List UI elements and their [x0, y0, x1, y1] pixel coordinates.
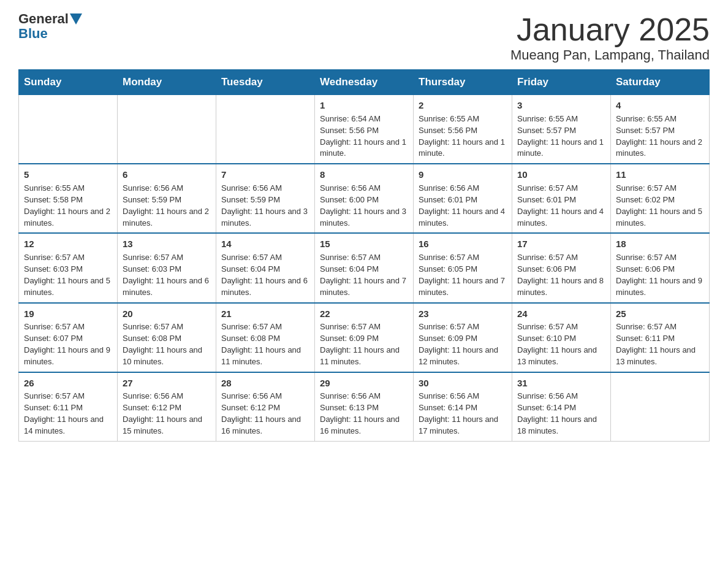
calendar-cell: 12Sunrise: 6:57 AM Sunset: 6:03 PM Dayli… — [19, 233, 118, 302]
weekday-header-wednesday: Wednesday — [315, 70, 414, 95]
day-info: Sunrise: 6:56 AM Sunset: 6:13 PM Dayligh… — [320, 391, 408, 437]
day-number: 24 — [517, 307, 605, 321]
week-row-3: 12Sunrise: 6:57 AM Sunset: 6:03 PM Dayli… — [19, 233, 710, 302]
day-number: 10 — [517, 168, 605, 182]
day-number: 14 — [221, 237, 309, 251]
day-number: 27 — [123, 377, 211, 390]
day-info: Sunrise: 6:55 AM Sunset: 5:57 PM Dayligh… — [517, 113, 605, 159]
day-info: Sunrise: 6:55 AM Sunset: 5:56 PM Dayligh… — [419, 113, 507, 159]
day-info: Sunrise: 6:54 AM Sunset: 5:56 PM Dayligh… — [320, 113, 408, 159]
logo-general-text: General — [18, 12, 69, 26]
page-header: General Blue January 2025 Mueang Pan, La… — [18, 12, 710, 63]
calendar-cell: 21Sunrise: 6:57 AM Sunset: 6:08 PM Dayli… — [216, 303, 315, 372]
day-info: Sunrise: 6:57 AM Sunset: 6:08 PM Dayligh… — [221, 321, 309, 367]
logo-triangle-icon — [70, 13, 82, 25]
day-info: Sunrise: 6:57 AM Sunset: 6:07 PM Dayligh… — [24, 321, 112, 367]
day-info: Sunrise: 6:57 AM Sunset: 6:10 PM Dayligh… — [517, 321, 605, 367]
day-info: Sunrise: 6:56 AM Sunset: 5:59 PM Dayligh… — [221, 183, 309, 229]
day-info: Sunrise: 6:57 AM Sunset: 6:03 PM Dayligh… — [24, 252, 112, 298]
calendar-cell: 11Sunrise: 6:57 AM Sunset: 6:02 PM Dayli… — [611, 164, 710, 233]
calendar-cell: 31Sunrise: 6:56 AM Sunset: 6:14 PM Dayli… — [512, 372, 611, 442]
week-row-4: 19Sunrise: 6:57 AM Sunset: 6:07 PM Dayli… — [19, 303, 710, 372]
title-block: January 2025 Mueang Pan, Lampang, Thaila… — [510, 12, 710, 63]
week-row-1: 1Sunrise: 6:54 AM Sunset: 5:56 PM Daylig… — [19, 95, 710, 164]
calendar-cell — [216, 95, 315, 164]
calendar-cell: 24Sunrise: 6:57 AM Sunset: 6:10 PM Dayli… — [512, 303, 611, 372]
weekday-header-monday: Monday — [118, 70, 216, 95]
day-info: Sunrise: 6:57 AM Sunset: 6:03 PM Dayligh… — [123, 252, 211, 298]
day-info: Sunrise: 6:57 AM Sunset: 6:11 PM Dayligh… — [24, 391, 112, 437]
calendar-cell: 5Sunrise: 6:55 AM Sunset: 5:58 PM Daylig… — [19, 164, 118, 233]
calendar-cell: 1Sunrise: 6:54 AM Sunset: 5:56 PM Daylig… — [315, 95, 414, 164]
calendar-cell: 16Sunrise: 6:57 AM Sunset: 6:05 PM Dayli… — [414, 233, 512, 302]
day-info: Sunrise: 6:56 AM Sunset: 6:12 PM Dayligh… — [123, 391, 211, 437]
calendar-cell: 2Sunrise: 6:55 AM Sunset: 5:56 PM Daylig… — [414, 95, 512, 164]
day-info: Sunrise: 6:55 AM Sunset: 5:57 PM Dayligh… — [616, 113, 704, 159]
calendar-cell: 28Sunrise: 6:56 AM Sunset: 6:12 PM Dayli… — [216, 372, 315, 442]
day-info: Sunrise: 6:55 AM Sunset: 5:58 PM Dayligh… — [24, 183, 112, 229]
day-info: Sunrise: 6:57 AM Sunset: 6:09 PM Dayligh… — [320, 321, 408, 367]
week-row-5: 26Sunrise: 6:57 AM Sunset: 6:11 PM Dayli… — [19, 372, 710, 442]
day-number: 22 — [320, 307, 408, 321]
day-number: 2 — [419, 99, 507, 112]
day-info: Sunrise: 6:57 AM Sunset: 6:06 PM Dayligh… — [616, 252, 704, 298]
calendar-cell: 6Sunrise: 6:56 AM Sunset: 5:59 PM Daylig… — [118, 164, 216, 233]
calendar-cell: 27Sunrise: 6:56 AM Sunset: 6:12 PM Dayli… — [118, 372, 216, 442]
weekday-header-thursday: Thursday — [414, 70, 512, 95]
weekday-header-sunday: Sunday — [19, 70, 118, 95]
day-number: 29 — [320, 377, 408, 390]
day-number: 21 — [221, 307, 309, 321]
calendar-subtitle: Mueang Pan, Lampang, Thailand — [510, 47, 710, 63]
day-number: 3 — [517, 99, 605, 112]
day-number: 25 — [616, 307, 704, 321]
day-number: 15 — [320, 237, 408, 251]
calendar-cell: 25Sunrise: 6:57 AM Sunset: 6:11 PM Dayli… — [611, 303, 710, 372]
day-number: 16 — [419, 237, 507, 251]
weekday-header-friday: Friday — [512, 70, 611, 95]
day-info: Sunrise: 6:56 AM Sunset: 6:00 PM Dayligh… — [320, 183, 408, 229]
calendar-cell — [118, 95, 216, 164]
calendar-cell: 3Sunrise: 6:55 AM Sunset: 5:57 PM Daylig… — [512, 95, 611, 164]
calendar-cell: 13Sunrise: 6:57 AM Sunset: 6:03 PM Dayli… — [118, 233, 216, 302]
day-number: 20 — [123, 307, 211, 321]
calendar-cell: 15Sunrise: 6:57 AM Sunset: 6:04 PM Dayli… — [315, 233, 414, 302]
calendar-cell: 8Sunrise: 6:56 AM Sunset: 6:00 PM Daylig… — [315, 164, 414, 233]
calendar-cell: 10Sunrise: 6:57 AM Sunset: 6:01 PM Dayli… — [512, 164, 611, 233]
day-info: Sunrise: 6:57 AM Sunset: 6:01 PM Dayligh… — [517, 183, 605, 229]
day-number: 23 — [419, 307, 507, 321]
day-number: 31 — [517, 377, 605, 390]
weekday-header-saturday: Saturday — [611, 70, 710, 95]
calendar-cell: 22Sunrise: 6:57 AM Sunset: 6:09 PM Dayli… — [315, 303, 414, 372]
calendar-cell: 14Sunrise: 6:57 AM Sunset: 6:04 PM Dayli… — [216, 233, 315, 302]
day-number: 4 — [616, 99, 704, 112]
day-info: Sunrise: 6:56 AM Sunset: 6:14 PM Dayligh… — [419, 391, 507, 437]
calendar-cell: 23Sunrise: 6:57 AM Sunset: 6:09 PM Dayli… — [414, 303, 512, 372]
day-number: 13 — [123, 237, 211, 251]
day-info: Sunrise: 6:57 AM Sunset: 6:02 PM Dayligh… — [616, 183, 704, 229]
calendar-table: SundayMondayTuesdayWednesdayThursdayFrid… — [18, 69, 710, 442]
calendar-cell: 30Sunrise: 6:56 AM Sunset: 6:14 PM Dayli… — [414, 372, 512, 442]
calendar-cell — [611, 372, 710, 442]
day-number: 11 — [616, 168, 704, 182]
day-number: 12 — [24, 237, 112, 251]
day-info: Sunrise: 6:57 AM Sunset: 6:04 PM Dayligh… — [221, 252, 309, 298]
calendar-cell: 4Sunrise: 6:55 AM Sunset: 5:57 PM Daylig… — [611, 95, 710, 164]
calendar-cell: 26Sunrise: 6:57 AM Sunset: 6:11 PM Dayli… — [19, 372, 118, 442]
calendar-cell: 20Sunrise: 6:57 AM Sunset: 6:08 PM Dayli… — [118, 303, 216, 372]
day-number: 7 — [221, 168, 309, 182]
calendar-cell: 29Sunrise: 6:56 AM Sunset: 6:13 PM Dayli… — [315, 372, 414, 442]
day-number: 1 — [320, 99, 408, 112]
weekday-header-tuesday: Tuesday — [216, 70, 315, 95]
week-row-2: 5Sunrise: 6:55 AM Sunset: 5:58 PM Daylig… — [19, 164, 710, 233]
day-number: 28 — [221, 377, 309, 390]
logo-blue-text: Blue — [18, 26, 48, 42]
day-number: 30 — [419, 377, 507, 390]
day-info: Sunrise: 6:56 AM Sunset: 6:01 PM Dayligh… — [419, 183, 507, 229]
day-number: 17 — [517, 237, 605, 251]
day-info: Sunrise: 6:57 AM Sunset: 6:05 PM Dayligh… — [419, 252, 507, 298]
day-info: Sunrise: 6:56 AM Sunset: 6:14 PM Dayligh… — [517, 391, 605, 437]
day-number: 8 — [320, 168, 408, 182]
calendar-title: January 2025 — [510, 12, 710, 47]
day-number: 5 — [24, 168, 112, 182]
calendar-cell: 9Sunrise: 6:56 AM Sunset: 6:01 PM Daylig… — [414, 164, 512, 233]
